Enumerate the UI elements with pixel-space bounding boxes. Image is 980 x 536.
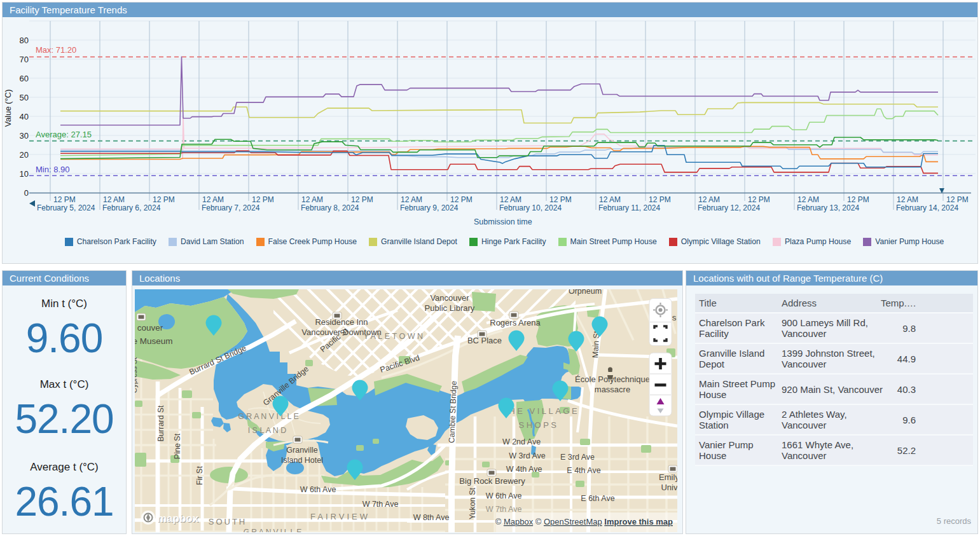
svg-text:Public Library: Public Library xyxy=(425,303,475,313)
svg-text:E 3rd Ave: E 3rd Ave xyxy=(560,453,595,462)
svg-text:W 7th Ave: W 7th Ave xyxy=(362,500,399,509)
svg-text:© Mapbox © OpenStreetMap Impro: © Mapbox © OpenStreetMap Improve this ma… xyxy=(495,517,673,526)
svg-text:Pine St: Pine St xyxy=(173,433,182,459)
svg-text:Big Rock Brewery: Big Rock Brewery xyxy=(459,476,525,486)
svg-text:Cypress St: Cypress St xyxy=(130,357,138,393)
svg-text:s: s xyxy=(672,313,677,322)
svg-text:YALETOWN: YALETOWN xyxy=(364,332,425,341)
svg-text:mapbox: mapbox xyxy=(157,512,199,525)
svg-text:W 7th Ave: W 7th Ave xyxy=(486,505,522,514)
svg-text:Orpheum: Orpheum xyxy=(569,287,602,296)
svg-text:Yukon St: Yukon St xyxy=(468,487,477,519)
svg-text:W 6th Ave: W 6th Ave xyxy=(486,491,522,500)
svg-text:FAIRVIEW: FAIRVIEW xyxy=(310,512,370,521)
svg-text:W 2nd Ave: W 2nd Ave xyxy=(502,437,541,446)
svg-text:massacre: massacre xyxy=(595,385,630,394)
svg-text:Burrard St: Burrard St xyxy=(156,405,165,441)
svg-text:Granville: Granville xyxy=(286,446,317,455)
svg-text:W 3rd Ave: W 3rd Ave xyxy=(509,451,545,460)
svg-text:e Museum: e Museum xyxy=(132,336,172,346)
svg-text:E 6th Ave: E 6th Ave xyxy=(581,494,614,503)
svg-text:Fir St: Fir St xyxy=(195,466,204,485)
svg-text:GRANVILLE: GRANVILLE xyxy=(244,528,303,536)
svg-text:I S L A N D: I S L A N D xyxy=(248,426,287,435)
svg-text:Island Hotel: Island Hotel xyxy=(281,456,323,465)
svg-text:W 4th Ave: W 4th Ave xyxy=(506,465,542,474)
svg-text:W 6th Ave: W 6th Ave xyxy=(300,485,336,494)
svg-text:Emily: Emily xyxy=(659,472,679,482)
svg-text:W 8th Ave: W 8th Ave xyxy=(413,513,450,522)
svg-text:Vancouver: Vancouver xyxy=(430,293,469,303)
svg-text:Rogers Arena: Rogers Arena xyxy=(490,318,541,327)
svg-text:couver: couver xyxy=(137,323,163,333)
svg-text:Unive: Unive xyxy=(661,483,682,492)
svg-text:G R A N V I L L E: G R A N V I L L E xyxy=(238,412,299,421)
svg-text:E 4th Ave: E 4th Ave xyxy=(567,466,600,475)
svg-text:SHOPS: SHOPS xyxy=(518,420,558,430)
svg-text:SOUTH: SOUTH xyxy=(209,517,247,526)
